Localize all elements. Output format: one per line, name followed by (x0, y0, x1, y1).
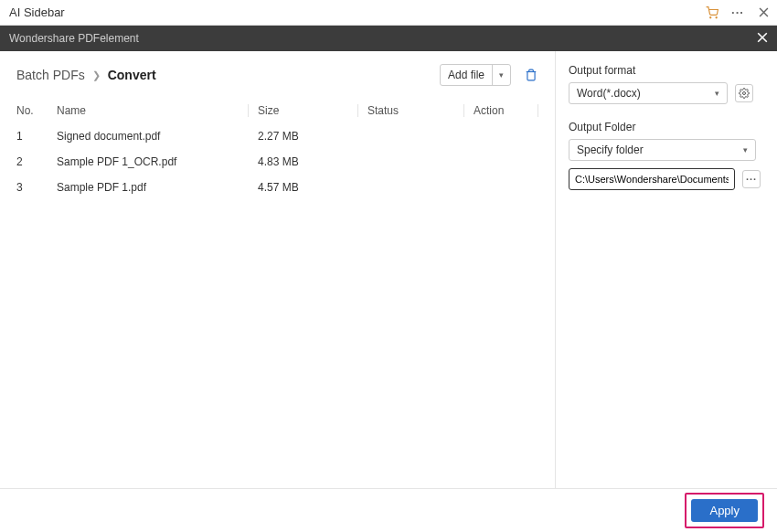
output-folder-value: Specify folder (577, 144, 644, 156)
settings-gear-button[interactable] (735, 84, 753, 102)
more-icon[interactable]: ··· (731, 6, 744, 19)
main-pane: Batch PDFs ❯ Convert Add file ▾ No. Name… (0, 51, 555, 488)
cell-no: 2 (16, 155, 57, 168)
table-row[interactable]: 1Signed document.pdf2.27 MB (16, 123, 538, 149)
window-title: Wondershare PDFelement (9, 32, 757, 45)
output-folder-select[interactable]: Specify folder ▾ (569, 139, 756, 161)
apply-highlight: Apply (685, 493, 764, 528)
col-status: Status (358, 104, 464, 117)
breadcrumb-current: Convert (108, 68, 156, 82)
add-file-button[interactable]: Add file ▾ (440, 64, 511, 86)
breadcrumb: Batch PDFs ❯ Convert (16, 68, 440, 82)
cell-size: 2.27 MB (249, 130, 358, 143)
cell-no: 1 (16, 130, 57, 143)
close-top-icon[interactable] (757, 6, 770, 19)
output-format-label: Output format (569, 64, 762, 77)
app-title: AI Sidebar (9, 5, 706, 19)
footer: Apply (0, 488, 777, 532)
output-path-input[interactable] (569, 168, 735, 190)
cell-name: Sample PDF 1.pdf (57, 181, 249, 194)
cell-size: 4.57 MB (249, 181, 358, 194)
table-body: 1Signed document.pdf2.27 MB2Sample PDF 1… (16, 123, 538, 200)
breadcrumb-root[interactable]: Batch PDFs (16, 68, 85, 82)
table-row[interactable]: 2Sample PDF 1_OCR.pdf4.83 MB (16, 149, 538, 175)
output-format-value: Word(*.docx) (577, 87, 641, 100)
col-action: Action (464, 104, 538, 117)
settings-pane: Output format Word(*.docx) ▾ Output Fold… (555, 51, 777, 488)
chevron-right-icon: ❯ (92, 69, 101, 81)
app-topbar: AI Sidebar ··· (0, 0, 777, 26)
trash-icon[interactable] (524, 68, 538, 82)
cell-size: 4.83 MB (249, 155, 358, 168)
col-size: Size (249, 104, 358, 117)
browse-button[interactable]: ··· (742, 170, 761, 188)
svg-point-2 (743, 92, 746, 95)
col-no: No. (16, 104, 57, 117)
chevron-down-icon: ▾ (743, 145, 748, 154)
cell-name: Sample PDF 1_OCR.pdf (57, 155, 249, 168)
close-icon[interactable] (757, 31, 768, 46)
apply-button[interactable]: Apply (691, 499, 758, 522)
col-name: Name (57, 104, 249, 117)
table-header: No. Name Size Status Action (16, 99, 538, 123)
chevron-down-icon: ▾ (715, 89, 719, 98)
cell-name: Signed document.pdf (57, 130, 249, 143)
svg-point-0 (710, 16, 711, 17)
cell-no: 3 (16, 181, 57, 194)
svg-point-1 (716, 16, 717, 17)
output-folder-label: Output Folder (569, 121, 762, 133)
chevron-down-icon[interactable]: ▾ (492, 65, 510, 85)
window-titlebar: Wondershare PDFelement (0, 26, 777, 51)
cart-icon[interactable] (706, 6, 718, 19)
output-format-select[interactable]: Word(*.docx) ▾ (569, 82, 728, 104)
table-row[interactable]: 3Sample PDF 1.pdf4.57 MB (16, 175, 538, 200)
add-file-label: Add file (441, 69, 492, 81)
